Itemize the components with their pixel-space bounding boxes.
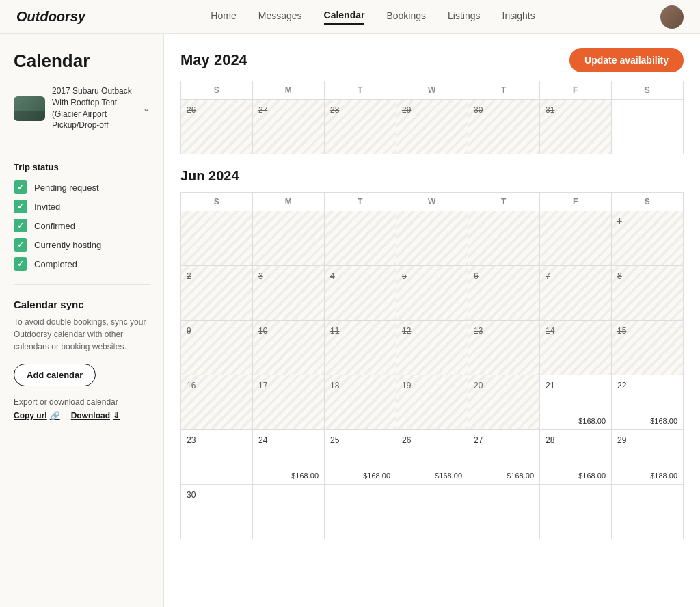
table-row (396, 485, 468, 539)
table-row[interactable]: 21 $168.00 (540, 375, 612, 430)
table-row (468, 211, 540, 266)
nav-insights[interactable]: Insights (502, 10, 535, 24)
sync-links: Copy url 🔗 Download ⇓ (14, 411, 150, 420)
page-title: Calendar (14, 51, 150, 72)
vehicle-thumbnail (14, 96, 45, 121)
table-row[interactable]: 5 (396, 266, 468, 321)
may-title: May 2024 (180, 51, 247, 69)
table-row[interactable]: 13 (468, 321, 540, 375)
table-row[interactable]: 10 (253, 321, 325, 375)
jun-calendar: S M T W T F S 1 2 3 4 5 (164, 192, 700, 539)
download-link[interactable]: Download ⇓ (71, 411, 120, 420)
dow-w: W (396, 81, 468, 100)
table-row[interactable]: 19 (396, 375, 468, 430)
dow-t2: T (468, 81, 540, 100)
table-row (181, 211, 253, 266)
table-row[interactable]: 20 (468, 375, 540, 430)
table-row[interactable]: 29 (396, 100, 468, 154)
dow-t1: T (325, 193, 396, 211)
table-row[interactable]: 16 (181, 375, 253, 430)
dow-s2: S (612, 81, 684, 100)
table-row[interactable]: 23 (181, 430, 253, 485)
dow-t1: T (325, 81, 396, 100)
nav: Home Messages Calendar Bookings Listings… (211, 10, 535, 25)
status-hosting: Currently hosting (34, 240, 101, 250)
table-row[interactable]: 3 (253, 266, 325, 321)
avatar[interactable] (660, 5, 684, 29)
table-row (540, 485, 612, 539)
table-row[interactable]: 28 (325, 100, 396, 154)
table-row[interactable]: 9 (181, 321, 253, 375)
table-row (468, 485, 540, 539)
trip-status-list: Pending request Invited Confirmed Curren… (14, 180, 150, 271)
divider (14, 148, 150, 148)
status-pending: Pending request (34, 183, 99, 193)
list-item: Invited (14, 200, 150, 213)
logo: Outdoorsy (16, 9, 85, 25)
sidebar: Calendar 2017 Subaru Outback With Roofto… (0, 34, 164, 607)
export-label: Export or download calendar (14, 397, 150, 407)
completed-checkbox[interactable] (14, 257, 27, 271)
invited-checkbox[interactable] (14, 200, 27, 213)
jun-title: Jun 2024 (164, 154, 700, 192)
table-row[interactable]: 2 (181, 266, 253, 321)
table-row[interactable]: 31 (540, 100, 612, 154)
table-row (325, 211, 396, 266)
table-row[interactable]: 26 (181, 100, 253, 154)
confirmed-checkbox[interactable] (14, 219, 27, 232)
layout: Calendar 2017 Subaru Outback With Roofto… (0, 34, 700, 607)
table-row[interactable]: 15 (612, 321, 684, 375)
table-row[interactable]: 27 $168.00 (468, 430, 540, 485)
table-row (325, 485, 396, 539)
table-row[interactable]: 7 (540, 266, 612, 321)
table-row[interactable]: 4 (325, 266, 396, 321)
copy-url-link[interactable]: Copy url 🔗 (14, 411, 60, 420)
list-item: Confirmed (14, 219, 150, 232)
table-row (253, 485, 325, 539)
nav-bookings[interactable]: Bookings (386, 10, 426, 24)
dow-m: M (253, 81, 325, 100)
pending-checkbox[interactable] (14, 180, 27, 194)
table-row[interactable]: 11 (325, 321, 396, 375)
calendar-sync-title: Calendar sync (14, 299, 150, 310)
table-row[interactable]: 28 $168.00 (540, 430, 612, 485)
table-row[interactable]: 18 (325, 375, 396, 430)
add-calendar-button[interactable]: Add calendar (14, 364, 96, 386)
table-row[interactable]: 27 (253, 100, 325, 154)
chevron-down-icon: ⌄ (143, 104, 150, 113)
table-row[interactable]: 29 $188.00 (612, 430, 684, 485)
table-row[interactable]: 26 $168.00 (396, 430, 468, 485)
table-row[interactable]: 12 (396, 321, 468, 375)
table-row[interactable]: 30 (468, 100, 540, 154)
dow-t2: T (468, 193, 540, 211)
link-icon: 🔗 (50, 411, 60, 420)
table-row[interactable]: 17 (253, 375, 325, 430)
dow-w: W (396, 193, 468, 211)
vehicle-selector[interactable]: 2017 Subaru Outback With Rooftop Tent (G… (14, 85, 150, 131)
status-confirmed: Confirmed (34, 221, 75, 231)
table-row[interactable]: 1 (612, 211, 684, 266)
table-row (612, 100, 684, 154)
table-row (612, 485, 684, 539)
dow-s2: S (612, 193, 684, 211)
hosting-checkbox[interactable] (14, 238, 27, 252)
dow-m: M (253, 193, 325, 211)
nav-messages[interactable]: Messages (258, 10, 302, 24)
download-icon: ⇓ (113, 411, 120, 420)
dow-f: F (540, 193, 612, 211)
table-row[interactable]: 8 (612, 266, 684, 321)
table-row[interactable]: 24 $168.00 (253, 430, 325, 485)
may-dow-headers: S M T W T F S (180, 81, 684, 100)
update-availability-button[interactable]: Update availability (569, 48, 684, 72)
jun-grid: 1 2 3 4 5 6 7 8 9 10 11 12 13 14 15 16 1… (180, 211, 684, 539)
nav-calendar[interactable]: Calendar (324, 10, 365, 25)
table-row[interactable]: 25 $168.00 (325, 430, 396, 485)
table-row[interactable]: 6 (468, 266, 540, 321)
table-row[interactable]: 30 (181, 485, 253, 539)
dow-s1: S (181, 81, 253, 100)
nav-home[interactable]: Home (211, 10, 236, 24)
list-item: Pending request (14, 180, 150, 194)
nav-listings[interactable]: Listings (448, 10, 480, 24)
table-row[interactable]: 22 $168.00 (612, 375, 684, 430)
table-row[interactable]: 14 (540, 321, 612, 375)
